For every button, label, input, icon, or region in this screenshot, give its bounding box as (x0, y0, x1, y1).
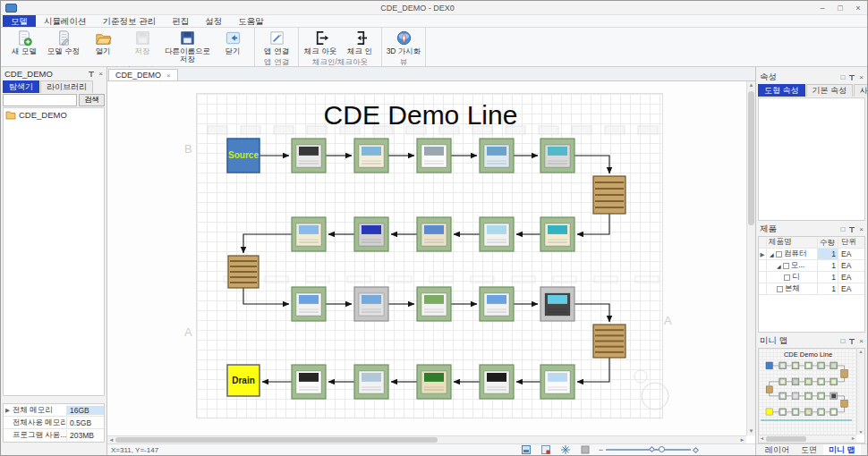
node-m21[interactable] (292, 217, 326, 251)
pin-icon[interactable] (848, 226, 855, 233)
close-button[interactable]: × (849, 4, 867, 13)
node-m34[interactable] (480, 287, 514, 321)
node-drain[interactable]: Drain (227, 365, 260, 396)
horizontal-scroll-thumb[interactable] (115, 437, 438, 443)
document-tab-close-icon[interactable]: × (166, 72, 171, 80)
document-tab[interactable]: CDE_DEMO × (108, 69, 178, 80)
close-panel-icon[interactable]: × (859, 74, 864, 81)
node-m11[interactable] (292, 139, 326, 173)
fit-view-icon[interactable] (522, 445, 531, 454)
check-in-button[interactable]: 체크 인 (340, 29, 379, 56)
flow-edge[interactable] (243, 288, 289, 304)
close-panel-icon[interactable]: × (859, 226, 864, 233)
menu-item-5[interactable]: 도움말 (230, 15, 272, 27)
flow-edge[interactable] (574, 304, 609, 322)
pin-icon[interactable] (88, 71, 95, 78)
scroll-right-icon[interactable]: ► (851, 435, 855, 441)
grid-icon[interactable] (581, 445, 590, 454)
float-panel-icon[interactable]: □ (840, 226, 845, 233)
properties-tab-1[interactable]: 기본 속성 (806, 84, 854, 97)
node-m13[interactable] (417, 139, 451, 173)
zoom-slider[interactable]: − (599, 445, 698, 454)
image-export-icon[interactable] (541, 445, 550, 454)
pin-icon[interactable] (848, 74, 855, 81)
checkbox[interactable] (776, 251, 782, 258)
zoom-slider-thumb[interactable] (659, 446, 665, 452)
node-b2[interactable] (228, 256, 259, 288)
expander-icon[interactable]: ◢ (777, 263, 781, 269)
flow-edge[interactable] (574, 156, 609, 173)
edit-model-button[interactable]: 모델 수정 (44, 29, 83, 56)
close-panel-icon[interactable]: × (98, 71, 103, 78)
node-m24[interactable] (480, 217, 514, 251)
node-m43[interactable] (417, 365, 451, 399)
open-button[interactable]: 열기 (83, 29, 123, 56)
node-m12[interactable] (354, 139, 388, 173)
menu-item-0[interactable]: 모델 (3, 15, 36, 27)
minimap-scroll-thumb[interactable] (766, 436, 806, 442)
pin-icon[interactable] (848, 338, 855, 345)
explorer-tab-0[interactable]: 탐색기 (3, 80, 39, 93)
node-m41[interactable] (292, 365, 326, 399)
properties-tab-2[interactable]: 사용자 속성 (854, 84, 868, 97)
diagram-canvas[interactable]: BAACDE Demo LineSourceDrain (107, 81, 746, 435)
checkbox[interactable] (783, 263, 789, 269)
tree-item[interactable]: CDE_DEMO (5, 110, 102, 120)
node-m31[interactable] (292, 287, 326, 321)
explorer-tab-1[interactable]: 라이브러리 (40, 80, 93, 93)
scroll-left-icon[interactable]: ◄ (760, 435, 764, 441)
node-m45[interactable] (540, 365, 574, 399)
dock-tab-0[interactable]: 레이어 (760, 444, 795, 455)
scroll-left-icon[interactable]: ◄ (107, 436, 115, 443)
product-row[interactable]: 디1EA (759, 272, 864, 283)
node-m35[interactable] (540, 287, 574, 321)
expander-icon[interactable]: ◢ (770, 251, 774, 258)
checkbox[interactable] (777, 286, 783, 292)
minimap-viewport[interactable]: CDE Demo Line ▲ ▼ ◄ ► (758, 348, 865, 443)
minimize-button[interactable]: – (813, 4, 831, 13)
properties-tab-0[interactable]: 도형 속성 (758, 84, 805, 97)
node-b3[interactable] (593, 325, 625, 358)
explorer-search-input[interactable] (3, 94, 77, 106)
view-3d-button[interactable]: 3D 가시화 (384, 29, 423, 56)
close-panel-icon[interactable]: × (859, 338, 864, 345)
snap-icon[interactable] (561, 445, 570, 454)
node-m42[interactable] (354, 365, 388, 399)
scroll-right-icon[interactable]: ► (738, 436, 746, 443)
scroll-down-icon[interactable]: ▼ (857, 429, 864, 435)
check-out-button[interactable]: 체크 아웃 (301, 29, 340, 56)
scroll-up-icon[interactable]: ▲ (857, 349, 864, 354)
flow-edge[interactable] (577, 358, 609, 382)
product-row[interactable]: ◢모...1EA (759, 260, 864, 272)
minimap-horizontal-scrollbar[interactable]: ◄ ► (759, 435, 856, 443)
node-m23[interactable] (417, 217, 451, 251)
scroll-down-icon[interactable]: ▼ (747, 427, 755, 435)
node-m25[interactable] (540, 217, 574, 251)
flow-edge[interactable] (243, 234, 292, 253)
float-panel-icon[interactable]: □ (840, 74, 845, 81)
product-row[interactable]: 본체1EA (759, 283, 864, 295)
node-m22[interactable] (354, 217, 388, 251)
node-m15[interactable] (540, 139, 574, 173)
diagram-title[interactable]: CDE Demo Line (324, 100, 518, 130)
zoom-in-icon[interactable] (693, 446, 699, 452)
menu-item-2[interactable]: 기준정보 관리 (95, 15, 165, 27)
zoom-out-icon[interactable]: − (599, 445, 603, 454)
dock-tab-1[interactable]: 도면 (796, 444, 822, 455)
app-link-button[interactable]: 앱 연결 (257, 29, 296, 56)
canvas-horizontal-scrollbar[interactable]: ◄ ► (107, 435, 746, 443)
menu-item-1[interactable]: 시뮬레이션 (36, 15, 95, 27)
search-button[interactable]: 검색 (79, 94, 105, 106)
vertical-scroll-thumb[interactable] (748, 91, 754, 225)
close-model-button[interactable]: 닫기 (213, 29, 252, 56)
flow-edge[interactable] (577, 214, 609, 234)
node-m14[interactable] (480, 139, 514, 173)
float-panel-icon[interactable]: □ (840, 338, 845, 345)
menu-item-3[interactable]: 편집 (164, 15, 197, 27)
zoom-slider-track[interactable] (606, 449, 691, 451)
dock-tab-2[interactable]: 미니 맵 (823, 444, 861, 455)
scroll-up-icon[interactable]: ▲ (747, 81, 755, 89)
save-as-button[interactable]: 다른이름으로 저장 (162, 29, 213, 64)
minimap-vertical-scrollbar[interactable]: ▲ ▼ (856, 349, 864, 435)
node-m44[interactable] (480, 365, 514, 399)
